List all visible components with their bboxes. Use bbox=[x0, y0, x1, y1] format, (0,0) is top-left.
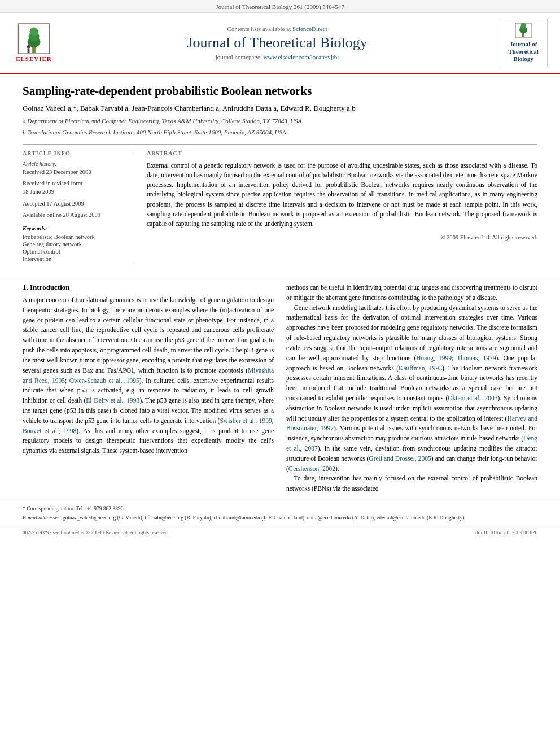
journal-center: Contents lists available at ScienceDirec… bbox=[62, 25, 492, 60]
ref-el-deiry[interactable]: El-Deiry et al., 1993 bbox=[86, 397, 139, 404]
keyword-3: Optimal control bbox=[23, 248, 127, 255]
ref-greil[interactable]: Greil and Drossel, 2005 bbox=[369, 455, 431, 462]
article-title: Sampling-rate-dependent probabilistic Bo… bbox=[23, 84, 537, 98]
elsevier-label: ELSEVIER bbox=[16, 55, 52, 62]
page: Journal of Theoretical Biology 261 (2009… bbox=[0, 0, 560, 538]
journal-logo-box: Journal of Theoretical Biology bbox=[500, 19, 548, 67]
article-info-title: ARTICLE INFO bbox=[23, 150, 127, 156]
right-para-2: Gene network modeling facilitates this e… bbox=[286, 303, 537, 474]
footnotes: * Corresponding author. Tel.: +1 979 862… bbox=[23, 505, 537, 522]
available-date: Available online 28 August 2009 bbox=[23, 211, 127, 220]
svg-rect-0 bbox=[32, 47, 36, 53]
ref-miyashita[interactable]: Miyashita and Reed, 1995 bbox=[23, 367, 274, 384]
bottom-bar: 0022-5193/$ - see front matter © 2009 El… bbox=[0, 527, 560, 538]
ref-huang[interactable]: Huang, 1999 bbox=[416, 355, 452, 361]
keywords-title: Keywords: bbox=[23, 225, 127, 231]
journal-logo-icon bbox=[515, 23, 532, 38]
copyright-line: © 2009 Elsevier Ltd. All rights reserved… bbox=[147, 234, 537, 241]
main-divider bbox=[0, 277, 560, 277]
ref-owen-schaub[interactable]: Owen-Schaub et al., 1995 bbox=[69, 377, 139, 384]
corresponding-author: * Corresponding author. Tel.: +1 979 862… bbox=[23, 505, 537, 513]
elsevier-logo: ELSEVIER bbox=[11, 23, 56, 62]
doi-line: doi:10.1016/j.jtbi.2009.08.026 bbox=[475, 530, 537, 535]
journal-title: Journal of Theoretical Biology bbox=[62, 34, 492, 51]
svg-point-4 bbox=[27, 45, 30, 49]
info-abstract-row: ARTICLE INFO Article history: Received 2… bbox=[23, 144, 537, 263]
journal-citation-bar: Journal of Theoretical Biology 261 (2009… bbox=[0, 0, 560, 13]
email-line: E-mail addresses: golnaz_vahedi@ieee.org… bbox=[23, 514, 537, 522]
affiliation-a: a Department of Electrical and Computer … bbox=[23, 116, 537, 126]
sciencedirect-link[interactable]: ScienceDirect bbox=[292, 25, 327, 32]
main-columns: 1. Introduction A major concern of trans… bbox=[0, 283, 560, 494]
ref-deng[interactable]: Deng et al., 2007 bbox=[286, 435, 537, 452]
article-header-area: Sampling-rate-dependent probabilistic Bo… bbox=[0, 74, 560, 269]
svg-point-3 bbox=[29, 28, 38, 36]
svg-rect-5 bbox=[28, 49, 30, 53]
ref-harvey[interactable]: Harvey and Bossomaier, 1997 bbox=[286, 415, 537, 432]
journal-homepage: journal homepage: www.elsevier.com/locat… bbox=[62, 54, 492, 60]
ref-bouvet[interactable]: Bouvet et al., 1998 bbox=[23, 427, 76, 434]
authors-line: Golnaz Vahedi a,*, Babak Faryabi a, Jean… bbox=[23, 104, 537, 113]
contents-available-text: Contents lists available at ScienceDirec… bbox=[62, 25, 492, 32]
logo-title-line3: Biology bbox=[513, 55, 533, 62]
logo-title-line2: Theoretical bbox=[508, 48, 539, 55]
logo-title-line1: Journal of bbox=[510, 41, 537, 47]
ref-thomas[interactable]: Thomas, 1979 bbox=[457, 355, 496, 361]
intro-paragraph-left: A major concern of translational genomic… bbox=[23, 295, 274, 456]
keyword-1: Probabilistic Boolean network bbox=[23, 234, 127, 240]
journal-logo-right: Journal of Theoretical Biology bbox=[498, 19, 549, 67]
column-right: methods can be useful in identifying pot… bbox=[286, 283, 537, 494]
keyword-2: Gene regulatory network bbox=[23, 241, 127, 247]
ref-swisher[interactable]: Swisher et al., 1999 bbox=[220, 417, 272, 424]
journal-homepage-link[interactable]: www.elsevier.com/locate/yjtbi bbox=[264, 54, 339, 60]
ref-kauffman[interactable]: Kauffman, 1993 bbox=[399, 365, 442, 372]
svg-point-11 bbox=[521, 23, 526, 27]
journal-citation: Journal of Theoretical Biology 261 (2009… bbox=[216, 3, 344, 10]
ref-gershenson[interactable]: Gershenson, 2002 bbox=[288, 465, 335, 472]
accepted-date: Accepted 17 August 2009 bbox=[23, 200, 127, 208]
affiliation-b: b Translational Genomics Research Instit… bbox=[23, 128, 537, 137]
elsevier-tree-icon bbox=[17, 23, 51, 54]
article-info: ARTICLE INFO Article history: Received 2… bbox=[23, 150, 135, 263]
right-para-1: methods can be useful in identifying pot… bbox=[286, 283, 537, 303]
history-label: Article history: bbox=[23, 161, 127, 167]
footnotes-area: * Corresponding author. Tel.: +1 979 862… bbox=[0, 500, 560, 527]
abstract-section: ABSTRACT External control of a genetic r… bbox=[147, 150, 537, 263]
col-left-text: A major concern of translational genomic… bbox=[23, 295, 274, 456]
right-para-3: To date, intervention has mainly focused… bbox=[286, 474, 537, 494]
issn-line: 0022-5193/$ - see front matter © 2009 El… bbox=[23, 530, 169, 535]
abstract-text: External control of a genetic regulatory… bbox=[147, 161, 537, 229]
abstract-title: ABSTRACT bbox=[147, 150, 537, 156]
section-1-heading: 1. Introduction bbox=[23, 283, 274, 292]
received-date: Received 23 December 2008 bbox=[23, 168, 127, 177]
column-left: 1. Introduction A major concern of trans… bbox=[23, 283, 274, 494]
keyword-4: Intervention bbox=[23, 256, 127, 262]
ref-oktem[interactable]: Oktem et al., 2003 bbox=[448, 395, 497, 401]
revised-label: Received in revised form 18 June 2009 bbox=[23, 180, 127, 196]
journal-header: ELSEVIER Contents lists available at Sci… bbox=[0, 13, 560, 74]
keywords-section: Keywords: Probabilistic Boolean network … bbox=[23, 225, 127, 262]
col-right-text: methods can be useful in identifying pot… bbox=[286, 283, 537, 494]
